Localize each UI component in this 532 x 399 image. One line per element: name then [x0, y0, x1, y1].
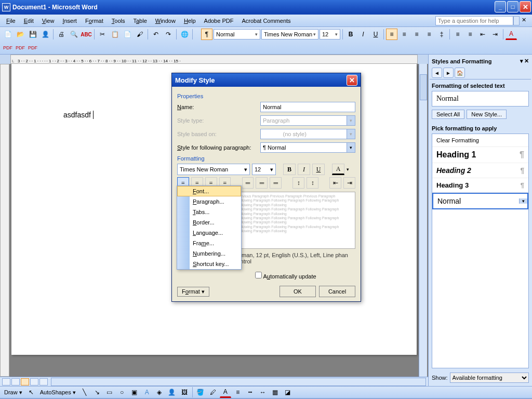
line-style-icon[interactable]: ≡	[232, 387, 244, 398]
style-heading-3[interactable]: Heading 3¶	[432, 178, 528, 193]
increase-indent-icon[interactable]: ⇥	[489, 29, 501, 40]
web-view-icon[interactable]	[11, 378, 20, 385]
print-view-icon[interactable]	[21, 378, 29, 385]
textbox-icon[interactable]: ▣	[129, 387, 140, 398]
horizontal-ruler[interactable]: L 3 · · 2 · · 1 · · · · · 1 · · 2 · · 3 …	[10, 55, 418, 64]
taskpane-close-icon[interactable]: ✕	[524, 58, 529, 64]
menu-window[interactable]: Window	[151, 16, 180, 26]
redo-icon[interactable]: ↷	[163, 29, 174, 40]
menu-edit[interactable]: Edit	[20, 16, 38, 26]
dlg-double-space-button[interactable]: ═	[270, 177, 282, 189]
bold-icon[interactable]: B	[345, 29, 356, 40]
style-heading-2[interactable]: Heading 2¶	[432, 163, 528, 178]
shadow-icon[interactable]: ▦	[270, 387, 281, 398]
draw-menu[interactable]: Draw ▾	[2, 389, 24, 396]
undo-icon[interactable]: ↶	[150, 29, 162, 40]
line-icon[interactable]: ╲	[79, 387, 90, 398]
cut-icon[interactable]: ✂	[97, 29, 108, 40]
auto-update-checkbox[interactable]	[255, 272, 262, 278]
save-icon[interactable]: 💾	[27, 29, 38, 40]
style-name-input[interactable]	[260, 102, 355, 112]
format-numbering-item[interactable]: Numbering...	[177, 248, 241, 259]
fill-color-icon[interactable]: 🪣	[195, 387, 206, 398]
dlg-inc-indent-button[interactable]: ⇥	[343, 177, 355, 189]
pdf-review-icon[interactable]: PDF	[27, 42, 38, 54]
menu-format[interactable]: Format	[81, 16, 108, 26]
format-paragraph-item[interactable]: Paragraph...	[177, 196, 241, 207]
taskpane-home-icon[interactable]: 🏠	[455, 68, 465, 78]
current-style-box[interactable]: Normal	[432, 91, 529, 107]
cancel-button[interactable]: Cancel	[319, 286, 355, 297]
dlg-font-combo[interactable]: Times New Roman▾	[177, 164, 250, 175]
minimize-button[interactable]: _	[495, 1, 506, 12]
following-style-combo[interactable]: ¶ Normal▾	[260, 142, 355, 153]
new-style-button[interactable]: New Style...	[467, 110, 507, 119]
taskpane-back-icon[interactable]: ◄	[432, 68, 442, 78]
help-search-input[interactable]	[435, 16, 513, 25]
reading-view-icon[interactable]	[39, 378, 48, 385]
format-border-item[interactable]: Border...	[177, 217, 241, 228]
style-normal-dropdown-icon[interactable]: ▾	[519, 198, 527, 204]
menu-tools[interactable]: Tools	[108, 16, 129, 26]
3d-icon[interactable]: ◪	[282, 387, 294, 398]
dlg-space-before-button[interactable]: ↕	[292, 177, 304, 189]
close-button[interactable]: ✕	[520, 1, 531, 12]
font-size-combo[interactable]: 12	[320, 29, 340, 39]
spellcheck-icon[interactable]: ABC	[81, 29, 92, 40]
styles-pane-icon[interactable]: ¶	[201, 29, 212, 40]
align-center-icon[interactable]: ≡	[398, 29, 410, 40]
outline-view-icon[interactable]	[30, 378, 38, 385]
font-color-draw-icon[interactable]: A	[220, 387, 231, 398]
dlg-dec-indent-button[interactable]: ⇤	[329, 177, 341, 189]
format-menu-button[interactable]: Format ▾	[177, 287, 209, 297]
maximize-button[interactable]: □	[507, 1, 518, 12]
font-combo[interactable]: Times New Roman	[261, 29, 318, 39]
menu-acrobat[interactable]: Acrobat Comments	[237, 16, 295, 26]
copy-icon[interactable]: 📋	[109, 29, 121, 40]
help-search-dropdown[interactable]	[513, 16, 520, 25]
clipart-icon[interactable]: 👤	[166, 387, 178, 398]
font-color-icon[interactable]: A	[506, 29, 517, 40]
dlg-font-color-button[interactable]: A	[332, 164, 344, 175]
arrow-icon[interactable]: ↘	[91, 387, 103, 398]
dlg-single-space-button[interactable]: ═	[242, 177, 254, 189]
style-clear-formatting[interactable]: Clear Formatting	[432, 134, 528, 147]
italic-icon[interactable]: I	[357, 29, 369, 40]
diagram-icon[interactable]: ◈	[154, 387, 165, 398]
align-justify-icon[interactable]: ≡	[423, 29, 435, 40]
dlg-space-after-button[interactable]: ↕	[307, 177, 318, 189]
wordart-icon[interactable]: A	[141, 387, 153, 398]
menu-adobepdf[interactable]: Adobe PDF	[200, 16, 238, 26]
underline-icon[interactable]: U	[370, 29, 381, 40]
style-heading-1[interactable]: Heading 1¶	[432, 147, 528, 163]
dialog-close-button[interactable]: ✕	[347, 75, 357, 86]
format-tabs-item[interactable]: Tabs...	[177, 207, 241, 217]
arrow-style-icon[interactable]: ↔	[257, 387, 269, 398]
vertical-ruler[interactable]	[0, 64, 9, 377]
permission-icon[interactable]: 👤	[39, 29, 51, 40]
align-left-icon[interactable]: ≡	[386, 29, 397, 40]
picture-icon[interactable]: 🖼	[179, 387, 190, 398]
decrease-indent-icon[interactable]: ⇤	[477, 29, 488, 40]
pdf-icon[interactable]: PDF	[2, 42, 14, 54]
autoshapes-menu[interactable]: AutoShapes ▾	[38, 389, 78, 396]
dash-style-icon[interactable]: ┅	[245, 387, 256, 398]
normal-view-icon[interactable]	[2, 378, 10, 385]
select-all-button[interactable]: Select All	[432, 110, 464, 119]
format-painter-icon[interactable]: 🖌	[134, 29, 145, 40]
format-language-item[interactable]: Language...	[177, 228, 241, 238]
print-icon[interactable]: 🖨	[56, 29, 67, 40]
dlg-size-combo[interactable]: 12▾	[252, 164, 276, 175]
line-color-icon[interactable]: 🖊	[207, 387, 219, 398]
numbered-list-icon[interactable]: ≡	[452, 29, 463, 40]
menu-help[interactable]: Help	[180, 16, 200, 26]
taskpane-dropdown-icon[interactable]: ▾	[520, 58, 523, 64]
align-right-icon[interactable]: ≡	[411, 29, 422, 40]
rectangle-icon[interactable]: ▭	[104, 387, 115, 398]
menu-insert[interactable]: Insert	[58, 16, 81, 26]
horizontal-scrollbar[interactable]	[51, 378, 426, 386]
oval-icon[interactable]: ○	[116, 387, 128, 398]
vertical-scrollbar[interactable]	[419, 64, 427, 377]
format-font-item[interactable]: Font...	[177, 186, 241, 196]
print-preview-icon[interactable]: 🔍	[68, 29, 79, 40]
